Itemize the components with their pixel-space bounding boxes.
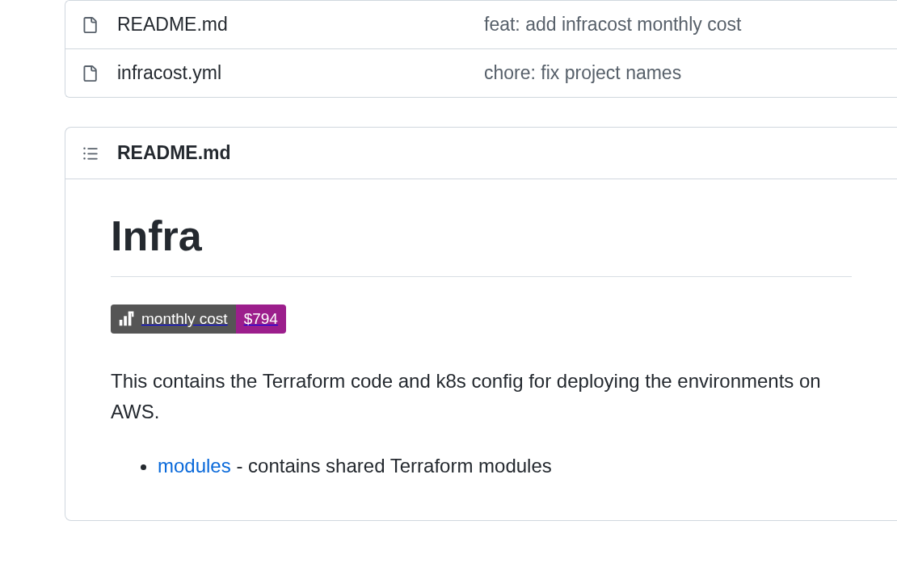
badge-label-section: monthly cost (111, 304, 236, 334)
commit-link[interactable]: chore: fix project names (484, 62, 681, 83)
readme-header: README.md (65, 128, 897, 179)
file-icon (82, 64, 98, 83)
commit-message: feat: add infracost monthly cost (484, 14, 881, 36)
file-name: infracost.yml (117, 62, 465, 84)
file-row: infracost.yml chore: fix project names (65, 49, 897, 97)
readme-panel: README.md Infra monthly cost $794 This c… (65, 127, 897, 521)
readme-heading: Infra (111, 212, 852, 277)
readme-body: Infra monthly cost $794 This contains th… (65, 179, 897, 520)
file-icon (82, 15, 98, 35)
list-icon[interactable] (82, 145, 99, 162)
file-name: README.md (117, 14, 465, 36)
svg-rect-0 (120, 320, 123, 326)
badge-value: $794 (236, 304, 286, 334)
file-list: README.md feat: add infracost monthly co… (65, 0, 897, 98)
file-link[interactable]: infracost.yml (117, 62, 221, 83)
cost-badge[interactable]: monthly cost $794 (111, 304, 286, 334)
infracost-icon (117, 310, 135, 328)
svg-rect-2 (128, 313, 132, 326)
list-item: modules - contains shared Terraform modu… (158, 451, 852, 481)
modules-link[interactable]: modules (158, 455, 231, 477)
readme-list: modules - contains shared Terraform modu… (111, 451, 852, 481)
svg-rect-1 (124, 316, 127, 326)
commit-link[interactable]: feat: add infracost monthly cost (484, 14, 741, 35)
readme-filename: README.md (117, 142, 231, 164)
badge-label: monthly cost (141, 310, 228, 328)
readme-intro: This contains the Terraform code and k8s… (111, 366, 852, 428)
commit-message: chore: fix project names (484, 62, 881, 84)
file-row: README.md feat: add infracost monthly co… (65, 1, 897, 49)
file-link[interactable]: README.md (117, 14, 228, 35)
list-item-text: - contains shared Terraform modules (231, 455, 552, 477)
